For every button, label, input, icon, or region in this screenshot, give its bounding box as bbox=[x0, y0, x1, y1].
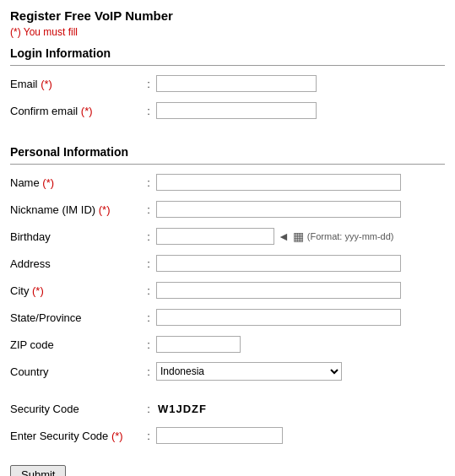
enter-security-label: Enter Security Code (*) bbox=[10, 430, 141, 442]
must-fill-notice: (*) You must fill bbox=[10, 26, 445, 38]
state-colon: : bbox=[141, 311, 156, 324]
confirm-email-label: Confirm email (*) bbox=[10, 105, 141, 117]
personal-section: Personal Information Name (*) : Nickname… bbox=[10, 145, 445, 382]
country-select-wrapper: Indonesia United States United Kingdom A… bbox=[156, 362, 445, 381]
name-input[interactable] bbox=[156, 174, 401, 191]
email-colon: : bbox=[141, 78, 156, 90]
personal-divider bbox=[10, 164, 445, 165]
birthday-format: (Format: yyy-mm-dd) bbox=[307, 231, 394, 241]
zip-input[interactable] bbox=[156, 336, 241, 353]
birthday-colon: : bbox=[141, 230, 156, 243]
city-input[interactable] bbox=[156, 282, 401, 299]
security-code-row: Security Code : W1JDZF bbox=[10, 398, 445, 419]
security-section: Security Code : W1JDZF Enter Security Co… bbox=[10, 398, 445, 446]
email-input-wrapper bbox=[156, 75, 445, 92]
address-colon: : bbox=[141, 257, 156, 270]
address-input-wrapper bbox=[156, 255, 445, 272]
confirm-email-input[interactable] bbox=[156, 102, 317, 119]
country-row: Country : Indonesia United States United… bbox=[10, 360, 445, 382]
name-input-wrapper bbox=[156, 174, 445, 191]
city-colon: : bbox=[141, 284, 156, 297]
city-row: City (*) : bbox=[10, 279, 445, 301]
email-row: Email (*) : bbox=[10, 73, 445, 95]
confirm-email-input-wrapper bbox=[156, 102, 445, 119]
security-code-colon: : bbox=[141, 403, 156, 415]
country-label: Country bbox=[10, 365, 141, 378]
birthday-row: Birthday : ◄ ▦ (Format: yyy-mm-dd) bbox=[10, 225, 445, 247]
page-title: Register Free VoIP Number bbox=[10, 8, 445, 23]
security-code-value: W1JDZF bbox=[158, 403, 207, 415]
confirm-email-colon: : bbox=[141, 105, 156, 117]
login-divider bbox=[10, 65, 445, 66]
enter-security-row: Enter Security Code (*) : bbox=[10, 425, 445, 446]
email-label: Email (*) bbox=[10, 78, 141, 90]
zip-input-wrapper bbox=[156, 336, 445, 353]
login-heading: Login Information bbox=[10, 46, 445, 60]
name-label: Name (*) bbox=[10, 176, 141, 189]
zip-label: ZIP code bbox=[10, 338, 141, 351]
name-row: Name (*) : bbox=[10, 171, 445, 193]
city-input-wrapper bbox=[156, 282, 445, 299]
submit-section: Submit bbox=[10, 455, 445, 476]
nickname-colon: : bbox=[141, 203, 156, 216]
submit-button[interactable]: Submit bbox=[10, 465, 66, 476]
zip-colon: : bbox=[141, 338, 156, 351]
address-label: Address bbox=[10, 257, 141, 270]
security-code-input[interactable] bbox=[156, 427, 283, 444]
address-row: Address : bbox=[10, 252, 445, 274]
state-row: State/Province : bbox=[10, 306, 445, 328]
nickname-input-wrapper bbox=[156, 201, 445, 218]
address-input[interactable] bbox=[156, 255, 401, 272]
login-section: Login Information Email (*) : Confirm em… bbox=[10, 46, 445, 122]
security-code-value-wrapper: W1JDZF bbox=[156, 403, 445, 415]
enter-security-input-wrapper bbox=[156, 427, 445, 444]
security-code-label: Security Code bbox=[10, 403, 141, 415]
name-colon: : bbox=[141, 176, 156, 189]
nickname-label: Nickname (IM ID) (*) bbox=[10, 203, 141, 216]
state-input[interactable] bbox=[156, 309, 401, 326]
birthday-input-wrapper: ◄ ▦ (Format: yyy-mm-dd) bbox=[156, 228, 445, 245]
birthday-label: Birthday bbox=[10, 230, 141, 243]
confirm-email-row: Confirm email (*) : bbox=[10, 100, 445, 122]
state-input-wrapper bbox=[156, 309, 445, 326]
birthday-input[interactable] bbox=[156, 228, 274, 245]
zip-row: ZIP code : bbox=[10, 333, 445, 355]
enter-security-colon: : bbox=[141, 430, 156, 442]
nickname-row: Nickname (IM ID) (*) : bbox=[10, 198, 445, 220]
city-label: City (*) bbox=[10, 284, 141, 297]
email-input[interactable] bbox=[156, 75, 317, 92]
nickname-input[interactable] bbox=[156, 201, 401, 218]
calendar2-icon[interactable]: ▦ bbox=[293, 230, 304, 243]
calendar-icon[interactable]: ◄ bbox=[278, 230, 290, 243]
state-label: State/Province bbox=[10, 311, 141, 324]
country-colon: : bbox=[141, 365, 156, 378]
country-select[interactable]: Indonesia United States United Kingdom A… bbox=[156, 362, 342, 381]
personal-heading: Personal Information bbox=[10, 145, 445, 159]
